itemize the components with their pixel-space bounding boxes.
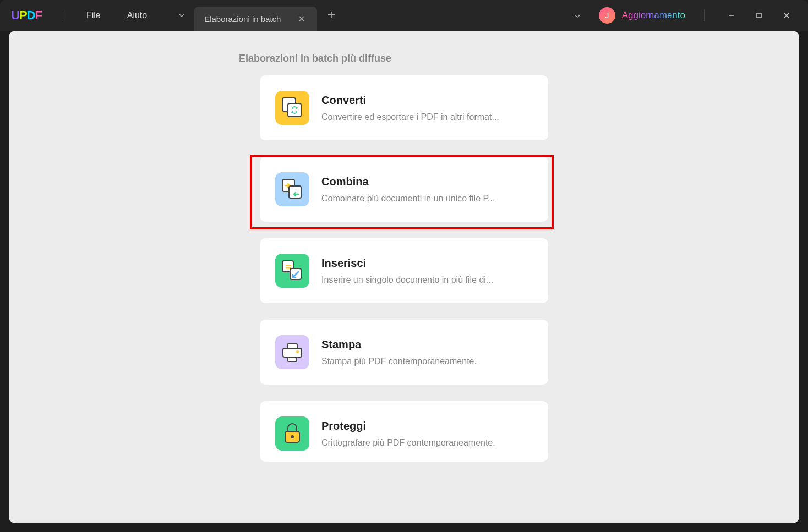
card-text: Proteggi Crittografare più PDF contempor… [321, 420, 495, 448]
card-title: Proteggi [321, 420, 495, 432]
card-title: Combina [321, 175, 495, 188]
new-tab-button[interactable] [317, 9, 346, 22]
svg-rect-1 [286, 265, 291, 266]
card-text: Inserisci Inserire un singolo documento … [321, 257, 493, 285]
card-wrapper-convert: Converti Convertire ed esportare i PDF i… [260, 75, 548, 140]
close-icon [783, 12, 790, 19]
menu-file[interactable]: File [75, 6, 112, 25]
card-print[interactable]: Stampa Stampa più PDF contemporaneamente… [260, 320, 548, 385]
divider [62, 9, 62, 21]
card-title: Stampa [321, 338, 477, 351]
card-text: Converti Convertire ed esportare i PDF i… [321, 94, 499, 122]
close-icon [298, 15, 305, 22]
card-text: Combina Combinare più documenti in un un… [321, 175, 495, 204]
maximize-icon [756, 12, 762, 19]
tab-close-button[interactable] [296, 13, 307, 24]
card-desc: Crittografare più PDF contemporaneamente… [321, 438, 495, 448]
close-window-button[interactable] [773, 4, 800, 26]
app-window: UPDF File Aiuto Elaborazioni in batch [0, 0, 808, 532]
divider [704, 9, 705, 21]
card-wrapper-combine: Combina Combinare più documenti in un un… [260, 157, 548, 222]
window-controls [718, 4, 800, 26]
user-avatar[interactable]: J [599, 7, 615, 24]
card-convert[interactable]: Converti Convertire ed esportare i PDF i… [260, 75, 548, 140]
card-desc: Stampa più PDF contemporaneamente. [321, 357, 477, 366]
svg-rect-0 [757, 13, 761, 18]
titlebar-right: J Aggiornamento [566, 4, 800, 26]
card-wrapper-insert: Inserisci Inserire un singolo documento … [260, 238, 548, 303]
protect-icon [275, 416, 309, 451]
card-desc: Convertire ed esportare i PDF in altri f… [321, 112, 499, 122]
app-logo: UPDF [11, 8, 42, 23]
card-wrapper-print: Stampa Stampa più PDF contemporaneamente… [260, 320, 548, 385]
titlebar: UPDF File Aiuto Elaborazioni in batch [0, 0, 808, 31]
card-list: Converti Convertire ed esportare i PDF i… [9, 75, 799, 462]
print-icon [275, 335, 309, 369]
tab-title: Elaborazioni in batch [204, 14, 281, 24]
card-insert[interactable]: Inserisci Inserire un singolo documento … [260, 238, 548, 303]
card-protect[interactable]: Proteggi Crittografare più PDF contempor… [260, 401, 548, 462]
insert-icon [275, 254, 309, 288]
maximize-button[interactable] [745, 4, 773, 26]
card-title: Inserisci [321, 257, 493, 270]
tab-batch[interactable]: Elaborazioni in batch [194, 7, 317, 31]
chevron-down-icon [179, 14, 184, 17]
combine-icon [275, 172, 309, 206]
minimize-icon [728, 12, 735, 19]
card-title: Converti [321, 94, 499, 107]
plus-icon [327, 10, 336, 19]
content-area: Elaborazioni in batch più diffuse Conver… [9, 31, 799, 523]
card-wrapper-protect: Proteggi Crittografare più PDF contempor… [260, 401, 548, 462]
section-title: Elaborazioni in batch più diffuse [239, 53, 799, 64]
tab-dropdown-button[interactable] [173, 7, 190, 24]
card-desc: Inserire un singolo documento in più fil… [321, 275, 493, 285]
menu-help[interactable]: Aiuto [116, 6, 158, 25]
card-combine[interactable]: Combina Combinare più documenti in un un… [260, 157, 548, 222]
window-dropdown-button[interactable] [566, 6, 589, 25]
card-text: Stampa Stampa più PDF contemporaneamente… [321, 338, 477, 366]
minimize-button[interactable] [718, 4, 745, 26]
chevron-down-icon [574, 14, 581, 18]
tab-area: Elaborazioni in batch [173, 0, 346, 31]
card-desc: Combinare più documenti in un unico file… [321, 194, 495, 204]
convert-icon [275, 91, 309, 125]
upgrade-link[interactable]: Aggiornamento [622, 10, 685, 21]
